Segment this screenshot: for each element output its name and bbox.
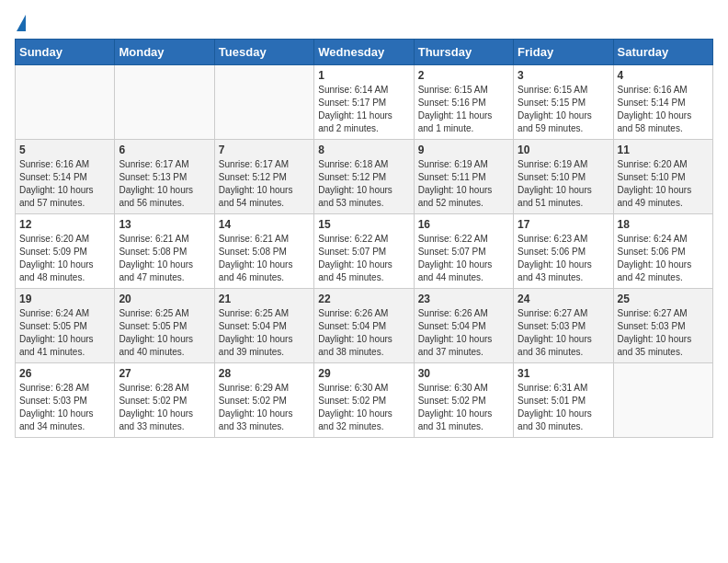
- day-number: 26: [19, 367, 110, 380]
- table-row: 9Sunrise: 6:19 AM Sunset: 5:11 PM Daylig…: [414, 140, 513, 214]
- day-info: Sunrise: 6:28 AM Sunset: 5:02 PM Dayligh…: [119, 382, 210, 433]
- day-number: 7: [219, 144, 310, 156]
- day-info: Sunrise: 6:15 AM Sunset: 5:16 PM Dayligh…: [418, 84, 509, 135]
- table-row: 21Sunrise: 6:25 AM Sunset: 5:04 PM Dayli…: [214, 289, 313, 363]
- day-number: 29: [318, 367, 409, 380]
- calendar-header-thursday: Thursday: [414, 40, 513, 65]
- calendar-table: SundayMondayTuesdayWednesdayThursdayFrid…: [15, 39, 713, 438]
- table-row: 8Sunrise: 6:18 AM Sunset: 5:12 PM Daylig…: [314, 140, 414, 214]
- day-info: Sunrise: 6:27 AM Sunset: 5:03 PM Dayligh…: [618, 307, 709, 359]
- table-row: 4Sunrise: 6:16 AM Sunset: 5:14 PM Daylig…: [613, 65, 712, 140]
- day-info: Sunrise: 6:22 AM Sunset: 5:07 PM Dayligh…: [318, 233, 409, 284]
- calendar-header-monday: Monday: [115, 40, 214, 65]
- table-row: 22Sunrise: 6:26 AM Sunset: 5:04 PM Dayli…: [314, 289, 414, 363]
- table-row: 13Sunrise: 6:21 AM Sunset: 5:08 PM Dayli…: [115, 214, 214, 289]
- calendar-week-row: 19Sunrise: 6:24 AM Sunset: 5:05 PM Dayli…: [16, 289, 713, 363]
- table-row: 31Sunrise: 6:31 AM Sunset: 5:01 PM Dayli…: [514, 363, 613, 438]
- day-info: Sunrise: 6:30 AM Sunset: 5:02 PM Dayligh…: [318, 382, 409, 433]
- table-row: [16, 65, 115, 140]
- calendar-header-saturday: Saturday: [613, 40, 712, 65]
- day-number: 20: [119, 293, 210, 305]
- table-row: 3Sunrise: 6:15 AM Sunset: 5:15 PM Daylig…: [514, 65, 613, 140]
- day-number: 4: [618, 69, 709, 82]
- table-row: 7Sunrise: 6:17 AM Sunset: 5:12 PM Daylig…: [214, 140, 313, 214]
- table-row: 15Sunrise: 6:22 AM Sunset: 5:07 PM Dayli…: [314, 214, 414, 289]
- day-info: Sunrise: 6:24 AM Sunset: 5:06 PM Dayligh…: [618, 233, 709, 284]
- day-info: Sunrise: 6:17 AM Sunset: 5:13 PM Dayligh…: [119, 158, 210, 210]
- table-row: 10Sunrise: 6:19 AM Sunset: 5:10 PM Dayli…: [514, 140, 613, 214]
- day-info: Sunrise: 6:20 AM Sunset: 5:09 PM Dayligh…: [19, 233, 110, 284]
- day-number: 11: [618, 144, 709, 156]
- day-number: 15: [318, 218, 409, 231]
- table-row: 19Sunrise: 6:24 AM Sunset: 5:05 PM Dayli…: [16, 289, 115, 363]
- day-info: Sunrise: 6:18 AM Sunset: 5:12 PM Dayligh…: [318, 158, 409, 210]
- calendar-header-tuesday: Tuesday: [214, 40, 313, 65]
- calendar-header-friday: Friday: [514, 40, 613, 65]
- calendar-week-row: 5Sunrise: 6:16 AM Sunset: 5:14 PM Daylig…: [16, 140, 713, 214]
- day-info: Sunrise: 6:29 AM Sunset: 5:02 PM Dayligh…: [219, 382, 310, 433]
- table-row: 16Sunrise: 6:22 AM Sunset: 5:07 PM Dayli…: [414, 214, 513, 289]
- day-info: Sunrise: 6:21 AM Sunset: 5:08 PM Dayligh…: [219, 233, 310, 284]
- table-row: 11Sunrise: 6:20 AM Sunset: 5:10 PM Dayli…: [613, 140, 712, 214]
- day-number: 25: [618, 293, 709, 305]
- table-row: [214, 65, 313, 140]
- table-row: 29Sunrise: 6:30 AM Sunset: 5:02 PM Dayli…: [314, 363, 414, 438]
- calendar-week-row: 12Sunrise: 6:20 AM Sunset: 5:09 PM Dayli…: [16, 214, 713, 289]
- calendar-header-sunday: Sunday: [16, 40, 115, 65]
- day-info: Sunrise: 6:21 AM Sunset: 5:08 PM Dayligh…: [119, 233, 210, 284]
- calendar-week-row: 26Sunrise: 6:28 AM Sunset: 5:03 PM Dayli…: [16, 363, 713, 438]
- day-info: Sunrise: 6:19 AM Sunset: 5:11 PM Dayligh…: [418, 158, 509, 210]
- day-info: Sunrise: 6:16 AM Sunset: 5:14 PM Dayligh…: [19, 158, 110, 210]
- day-info: Sunrise: 6:19 AM Sunset: 5:10 PM Dayligh…: [518, 158, 609, 210]
- day-number: 10: [518, 144, 609, 156]
- day-info: Sunrise: 6:26 AM Sunset: 5:04 PM Dayligh…: [418, 307, 509, 359]
- day-number: 6: [119, 144, 210, 156]
- day-info: Sunrise: 6:14 AM Sunset: 5:17 PM Dayligh…: [318, 84, 409, 135]
- day-number: 12: [19, 218, 110, 231]
- day-number: 28: [219, 367, 310, 380]
- day-number: 18: [618, 218, 709, 231]
- day-info: Sunrise: 6:25 AM Sunset: 5:04 PM Dayligh…: [219, 307, 310, 359]
- day-info: Sunrise: 6:16 AM Sunset: 5:14 PM Dayligh…: [618, 84, 709, 135]
- day-info: Sunrise: 6:20 AM Sunset: 5:10 PM Dayligh…: [618, 158, 709, 210]
- day-number: 16: [418, 218, 509, 231]
- day-number: 9: [418, 144, 509, 156]
- day-info: Sunrise: 6:30 AM Sunset: 5:02 PM Dayligh…: [418, 382, 509, 433]
- day-number: 13: [119, 218, 210, 231]
- table-row: 30Sunrise: 6:30 AM Sunset: 5:02 PM Dayli…: [414, 363, 513, 438]
- table-row: 28Sunrise: 6:29 AM Sunset: 5:02 PM Dayli…: [214, 363, 313, 438]
- table-row: 20Sunrise: 6:25 AM Sunset: 5:05 PM Dayli…: [115, 289, 214, 363]
- table-row: 2Sunrise: 6:15 AM Sunset: 5:16 PM Daylig…: [414, 65, 513, 140]
- day-info: Sunrise: 6:22 AM Sunset: 5:07 PM Dayligh…: [418, 233, 509, 284]
- table-row: 17Sunrise: 6:23 AM Sunset: 5:06 PM Dayli…: [514, 214, 613, 289]
- day-number: 22: [318, 293, 409, 305]
- day-info: Sunrise: 6:25 AM Sunset: 5:05 PM Dayligh…: [119, 307, 210, 359]
- day-number: 8: [318, 144, 409, 156]
- day-number: 27: [119, 367, 210, 380]
- table-row: [115, 65, 214, 140]
- table-row: 23Sunrise: 6:26 AM Sunset: 5:04 PM Dayli…: [414, 289, 513, 363]
- table-row: 12Sunrise: 6:20 AM Sunset: 5:09 PM Dayli…: [16, 214, 115, 289]
- day-number: 2: [418, 69, 509, 82]
- calendar-header-wednesday: Wednesday: [314, 40, 414, 65]
- table-row: 18Sunrise: 6:24 AM Sunset: 5:06 PM Dayli…: [613, 214, 712, 289]
- day-info: Sunrise: 6:23 AM Sunset: 5:06 PM Dayligh…: [518, 233, 609, 284]
- day-info: Sunrise: 6:28 AM Sunset: 5:03 PM Dayligh…: [19, 382, 110, 433]
- table-row: 6Sunrise: 6:17 AM Sunset: 5:13 PM Daylig…: [115, 140, 214, 214]
- table-row: 24Sunrise: 6:27 AM Sunset: 5:03 PM Dayli…: [514, 289, 613, 363]
- calendar-header-row: SundayMondayTuesdayWednesdayThursdayFrid…: [16, 40, 713, 65]
- table-row: 25Sunrise: 6:27 AM Sunset: 5:03 PM Dayli…: [613, 289, 712, 363]
- day-number: 24: [518, 293, 609, 305]
- page-header: [15, 15, 713, 31]
- day-info: Sunrise: 6:26 AM Sunset: 5:04 PM Dayligh…: [318, 307, 409, 359]
- day-number: 19: [19, 293, 110, 305]
- day-number: 17: [518, 218, 609, 231]
- day-number: 31: [518, 367, 609, 380]
- day-info: Sunrise: 6:24 AM Sunset: 5:05 PM Dayligh…: [19, 307, 110, 359]
- day-number: 14: [219, 218, 310, 231]
- logo: [15, 15, 26, 31]
- day-number: 30: [418, 367, 509, 380]
- table-row: [613, 363, 712, 438]
- day-info: Sunrise: 6:17 AM Sunset: 5:12 PM Dayligh…: [219, 158, 310, 210]
- day-info: Sunrise: 6:27 AM Sunset: 5:03 PM Dayligh…: [518, 307, 609, 359]
